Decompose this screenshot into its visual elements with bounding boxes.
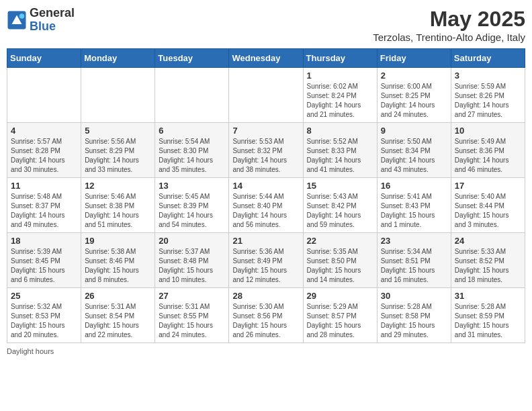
calendar-cell: [7, 68, 81, 123]
calendar-cell: 3Sunrise: 5:59 AM Sunset: 8:26 PM Daylig…: [451, 68, 525, 123]
day-info: Sunrise: 6:02 AM Sunset: 8:24 PM Dayligh…: [307, 82, 373, 120]
calendar-cell: 16Sunrise: 5:41 AM Sunset: 8:43 PM Dayli…: [377, 178, 451, 233]
day-info: Sunrise: 5:38 AM Sunset: 8:46 PM Dayligh…: [85, 247, 151, 285]
header: General Blue May 2025 Terzolas, Trentino…: [7, 7, 525, 43]
logo-blue-text: Blue: [30, 20, 75, 34]
calendar-day-header: Wednesday: [229, 49, 303, 68]
day-number: 12: [85, 181, 151, 191]
calendar-day-header: Friday: [377, 49, 451, 68]
calendar-cell: 11Sunrise: 5:48 AM Sunset: 8:37 PM Dayli…: [7, 178, 81, 233]
day-info: Sunrise: 5:34 AM Sunset: 8:51 PM Dayligh…: [381, 247, 447, 285]
day-number: 9: [381, 126, 447, 136]
calendar-cell: 13Sunrise: 5:45 AM Sunset: 8:39 PM Dayli…: [155, 178, 229, 233]
calendar-day-header: Monday: [81, 49, 155, 68]
day-info: Sunrise: 5:54 AM Sunset: 8:30 PM Dayligh…: [159, 137, 225, 175]
day-info: Sunrise: 5:48 AM Sunset: 8:37 PM Dayligh…: [11, 192, 77, 230]
day-info: Sunrise: 5:53 AM Sunset: 8:32 PM Dayligh…: [232, 137, 299, 175]
day-number: 17: [455, 181, 521, 191]
calendar-cell: 5Sunrise: 5:56 AM Sunset: 8:29 PM Daylig…: [81, 123, 155, 178]
calendar-cell: [229, 68, 303, 123]
day-number: 2: [381, 71, 447, 81]
day-info: Sunrise: 5:28 AM Sunset: 8:58 PM Dayligh…: [381, 302, 447, 340]
day-info: Sunrise: 5:46 AM Sunset: 8:38 PM Dayligh…: [85, 192, 151, 230]
day-number: 19: [85, 236, 151, 246]
day-info: Sunrise: 5:52 AM Sunset: 8:33 PM Dayligh…: [307, 137, 373, 175]
day-info: Sunrise: 5:32 AM Sunset: 8:53 PM Dayligh…: [11, 302, 77, 340]
calendar-cell: 25Sunrise: 5:32 AM Sunset: 8:53 PM Dayli…: [7, 288, 81, 343]
day-number: 10: [455, 126, 521, 136]
calendar-cell: 8Sunrise: 5:52 AM Sunset: 8:33 PM Daylig…: [303, 123, 377, 178]
calendar-cell: 30Sunrise: 5:28 AM Sunset: 8:58 PM Dayli…: [377, 288, 451, 343]
day-number: 24: [455, 236, 521, 246]
day-info: Sunrise: 5:44 AM Sunset: 8:40 PM Dayligh…: [232, 192, 299, 230]
day-number: 29: [307, 291, 373, 301]
day-info: Sunrise: 5:39 AM Sunset: 8:45 PM Dayligh…: [11, 247, 77, 285]
calendar-cell: 7Sunrise: 5:53 AM Sunset: 8:32 PM Daylig…: [229, 123, 303, 178]
calendar-cell: 26Sunrise: 5:31 AM Sunset: 8:54 PM Dayli…: [81, 288, 155, 343]
logo-icon: [7, 10, 27, 30]
calendar-cell: 12Sunrise: 5:46 AM Sunset: 8:38 PM Dayli…: [81, 178, 155, 233]
calendar-cell: 9Sunrise: 5:50 AM Sunset: 8:34 PM Daylig…: [377, 123, 451, 178]
day-number: 5: [85, 126, 151, 136]
day-number: 13: [159, 181, 225, 191]
day-info: Sunrise: 5:49 AM Sunset: 8:36 PM Dayligh…: [455, 137, 521, 175]
day-number: 14: [232, 181, 299, 191]
calendar-cell: 10Sunrise: 5:49 AM Sunset: 8:36 PM Dayli…: [451, 123, 525, 178]
calendar-day-header: Thursday: [303, 49, 377, 68]
day-number: 11: [11, 181, 77, 191]
day-number: 1: [307, 71, 373, 81]
calendar-cell: [155, 68, 229, 123]
calendar-cell: 19Sunrise: 5:38 AM Sunset: 8:46 PM Dayli…: [81, 233, 155, 288]
calendar-cell: 20Sunrise: 5:37 AM Sunset: 8:48 PM Dayli…: [155, 233, 229, 288]
day-info: Sunrise: 5:36 AM Sunset: 8:49 PM Dayligh…: [232, 247, 299, 285]
calendar-week-row: 25Sunrise: 5:32 AM Sunset: 8:53 PM Dayli…: [7, 288, 525, 343]
day-info: Sunrise: 5:30 AM Sunset: 8:56 PM Dayligh…: [232, 302, 299, 340]
calendar-cell: 18Sunrise: 5:39 AM Sunset: 8:45 PM Dayli…: [7, 233, 81, 288]
calendar-cell: 6Sunrise: 5:54 AM Sunset: 8:30 PM Daylig…: [155, 123, 229, 178]
calendar-header-row: SundayMondayTuesdayWednesdayThursdayFrid…: [7, 49, 525, 68]
day-number: 21: [232, 236, 299, 246]
day-info: Sunrise: 5:43 AM Sunset: 8:42 PM Dayligh…: [307, 192, 373, 230]
calendar-cell: 14Sunrise: 5:44 AM Sunset: 8:40 PM Dayli…: [229, 178, 303, 233]
day-number: 4: [11, 126, 77, 136]
calendar-cell: 23Sunrise: 5:34 AM Sunset: 8:51 PM Dayli…: [377, 233, 451, 288]
day-number: 15: [307, 181, 373, 191]
calendar-day-header: Tuesday: [155, 49, 229, 68]
day-info: Sunrise: 5:59 AM Sunset: 8:26 PM Dayligh…: [455, 82, 521, 120]
calendar-cell: 21Sunrise: 5:36 AM Sunset: 8:49 PM Dayli…: [229, 233, 303, 288]
day-number: 31: [455, 291, 521, 301]
day-number: 8: [307, 126, 373, 136]
calendar-cell: 15Sunrise: 5:43 AM Sunset: 8:42 PM Dayli…: [303, 178, 377, 233]
calendar-cell: 2Sunrise: 6:00 AM Sunset: 8:25 PM Daylig…: [377, 68, 451, 123]
calendar-cell: 29Sunrise: 5:29 AM Sunset: 8:57 PM Dayli…: [303, 288, 377, 343]
day-info: Sunrise: 5:45 AM Sunset: 8:39 PM Dayligh…: [159, 192, 225, 230]
day-number: 7: [232, 126, 299, 136]
calendar-day-header: Sunday: [7, 49, 81, 68]
day-info: Sunrise: 5:50 AM Sunset: 8:34 PM Dayligh…: [381, 137, 447, 175]
day-info: Sunrise: 5:28 AM Sunset: 8:59 PM Dayligh…: [455, 302, 521, 340]
svg-point-2: [19, 13, 25, 19]
footer-note: Daylight hours: [7, 347, 525, 355]
calendar-week-row: 4Sunrise: 5:57 AM Sunset: 8:28 PM Daylig…: [7, 123, 525, 178]
day-number: 25: [11, 291, 77, 301]
day-number: 28: [232, 291, 299, 301]
month-title: May 2025: [373, 7, 525, 32]
day-info: Sunrise: 5:37 AM Sunset: 8:48 PM Dayligh…: [159, 247, 225, 285]
calendar-cell: [81, 68, 155, 123]
day-number: 3: [455, 71, 521, 81]
day-info: Sunrise: 5:29 AM Sunset: 8:57 PM Dayligh…: [307, 302, 373, 340]
day-info: Sunrise: 6:00 AM Sunset: 8:25 PM Dayligh…: [381, 82, 447, 120]
location-title: Terzolas, Trentino-Alto Adige, Italy: [373, 32, 525, 43]
calendar-cell: 27Sunrise: 5:31 AM Sunset: 8:55 PM Dayli…: [155, 288, 229, 343]
calendar-cell: 4Sunrise: 5:57 AM Sunset: 8:28 PM Daylig…: [7, 123, 81, 178]
calendar-cell: 17Sunrise: 5:40 AM Sunset: 8:44 PM Dayli…: [451, 178, 525, 233]
calendar-cell: 24Sunrise: 5:33 AM Sunset: 8:52 PM Dayli…: [451, 233, 525, 288]
logo: General Blue: [7, 7, 75, 34]
day-number: 18: [11, 236, 77, 246]
day-info: Sunrise: 5:31 AM Sunset: 8:54 PM Dayligh…: [85, 302, 151, 340]
calendar: SundayMondayTuesdayWednesdayThursdayFrid…: [7, 48, 525, 343]
calendar-cell: 1Sunrise: 6:02 AM Sunset: 8:24 PM Daylig…: [303, 68, 377, 123]
day-number: 23: [381, 236, 447, 246]
title-area: May 2025 Terzolas, Trentino-Alto Adige, …: [373, 7, 525, 43]
calendar-cell: 28Sunrise: 5:30 AM Sunset: 8:56 PM Dayli…: [229, 288, 303, 343]
